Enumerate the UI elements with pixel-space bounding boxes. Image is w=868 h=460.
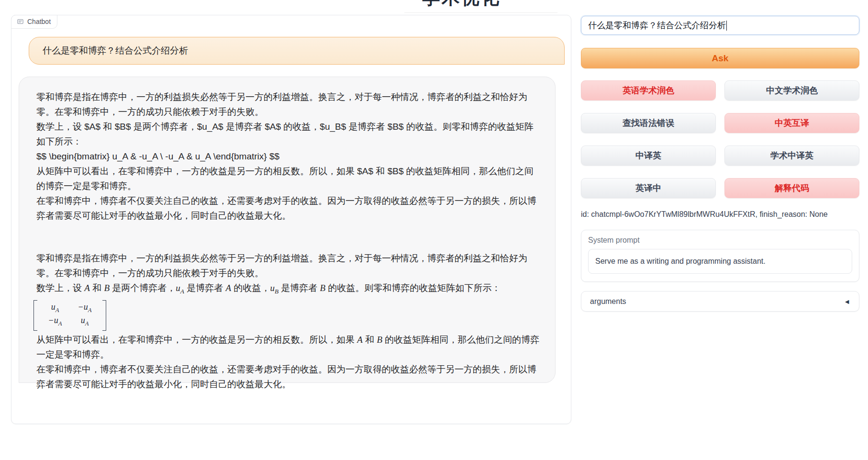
app-root: 学术优化 Chatbot 什么是零和博弈？结合公式介绍分析 零和博弈是指在博弈中…: [0, 0, 868, 460]
system-prompt-value: Serve me as a writing and programming as…: [595, 257, 766, 266]
bot-paragraph: $$ \begin{bmatrix} u_A & -u_A \ -u_A & u…: [36, 149, 541, 164]
message-square-icon: [17, 18, 24, 25]
composer-column: 什么是零和博弈？结合公式介绍分析 Ask 英语学术润色中文学术润色查找语法错误中…: [581, 16, 859, 312]
matrix-left-bracket: [33, 300, 37, 331]
system-prompt-input[interactable]: Serve me as a writing and programming as…: [588, 249, 852, 274]
matrix-cell: −uA: [40, 315, 70, 329]
chat-input-value: 什么是零和博弈？结合公式介绍分析: [588, 20, 726, 31]
chat-input[interactable]: 什么是零和博弈？结合公式介绍分析: [581, 16, 859, 35]
matrix-cell: uA: [40, 302, 70, 315]
clipped-page-title: 学术优化: [422, 0, 501, 10]
bot-paragraph: uA−uA−uAuA: [36, 299, 541, 332]
title-divider: [404, 12, 557, 13]
bot-message-block-raw: 零和博弈是指在博弈中，一方的利益损失必然等于另一方的利益增益。换言之，对于每一种…: [36, 90, 541, 223]
quick-button-5[interactable]: 中译英: [581, 146, 716, 166]
bot-message-block-rendered: 零和博弈是指在博弈中，一方的利益损失必然等于另一方的利益增益。换言之，对于每一种…: [36, 251, 541, 392]
quick-button-3[interactable]: 查找语法错误: [581, 113, 716, 133]
bot-paragraph: 数学上，设 A 和 B 是两个博弈者，uA 是博弈者 A 的收益，uB 是博弈者…: [36, 280, 541, 299]
chatbot-label-text: Chatbot: [27, 18, 51, 25]
quick-button-7[interactable]: 英译中: [581, 178, 716, 198]
quick-button-2[interactable]: 中文学术润色: [724, 80, 859, 101]
matrix-cell: uA: [70, 315, 100, 329]
matrix-cell: −uA: [70, 302, 100, 315]
matrix-right-bracket: [102, 300, 106, 331]
quick-button-6[interactable]: 学术中译英: [724, 146, 859, 166]
payoff-matrix: uA−uA−uAuA: [33, 300, 106, 331]
bot-paragraph: 零和博弈是指在博弈中，一方的利益损失必然等于另一方的利益增益。换言之，对于每一种…: [36, 251, 541, 280]
quick-button-1[interactable]: 英语学术润色: [581, 80, 716, 101]
system-prompt-box: System prompt Serve me as a writing and …: [581, 230, 859, 282]
bot-paragraph: 从矩阵中可以看出，在零和博弈中，一方的收益是另一方的相反数。所以，如果 A 和 …: [36, 332, 541, 362]
quick-actions-grid: 英语学术润色中文学术润色查找语法错误中英互译中译英学术中译英英译中解释代码: [581, 80, 859, 198]
user-message-bubble: 什么是零和博弈？结合公式介绍分析: [29, 37, 565, 65]
bot-paragraph: 数学上，设 $A$ 和 $B$ 是两个博弈者，$u_A$ 是博弈者 $A$ 的收…: [36, 119, 541, 149]
text-cursor: [726, 21, 727, 31]
chatbot-panel: Chatbot 什么是零和博弈？结合公式介绍分析 零和博弈是指在博弈中，一方的利…: [11, 15, 571, 424]
chatbot-label: Chatbot: [11, 15, 57, 29]
user-message-text: 什么是零和博弈？结合公式介绍分析: [43, 45, 188, 57]
bot-paragraph: 零和博弈是指在博弈中，一方的利益损失必然等于另一方的利益增益。换言之，对于每一种…: [36, 90, 541, 119]
arguments-accordion[interactable]: arguments ◄: [581, 291, 859, 312]
bot-paragraph: 在零和博弈中，博弈者不仅要关注自己的收益，还需要考虑对手的收益。因为一方取得的收…: [36, 362, 541, 392]
bot-paragraph: 在零和博弈中，博弈者不仅要关注自己的收益，还需要考虑对手的收益。因为一方取得的收…: [36, 193, 541, 223]
bot-message-content: 零和博弈是指在博弈中，一方的利益损失必然等于另一方的利益增益。换言之，对于每一种…: [36, 90, 541, 392]
bot-paragraph: 从矩阵中可以看出，在零和博弈中，一方的收益是另一方的相反数。所以，如果 $A$ …: [36, 164, 541, 193]
arguments-accordion-label: arguments: [590, 297, 626, 306]
accordion-collapse-icon: ◄: [844, 298, 850, 305]
system-prompt-label: System prompt: [588, 236, 852, 245]
quick-button-4[interactable]: 中英互译: [724, 113, 859, 133]
ask-button[interactable]: Ask: [581, 48, 859, 68]
status-line: id: chatcmpl-6wOo7KrYTwMl89lbrMWRu4UkFFX…: [581, 210, 859, 219]
bot-message-bubble: 零和博弈是指在博弈中，一方的利益损失必然等于另一方的利益增益。换言之，对于每一种…: [19, 77, 556, 383]
quick-button-8[interactable]: 解释代码: [724, 178, 859, 198]
